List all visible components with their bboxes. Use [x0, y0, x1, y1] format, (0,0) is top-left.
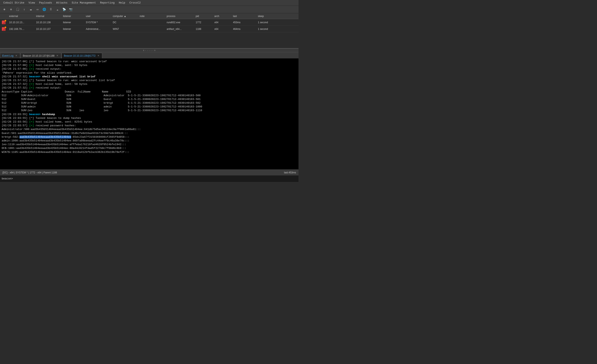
- resize-divider[interactable]: ∧ • • • • • ∨: [0, 48, 298, 52]
- window-icon[interactable]: ▭: [35, 7, 40, 12]
- menu-crossc2[interactable]: CrossC2: [127, 1, 143, 5]
- menu-payloads[interactable]: Payloads: [37, 1, 54, 5]
- console-line: [02/26 22:03:55] beacon> hashdump: [2, 113, 297, 116]
- cell-last: 464ms: [231, 28, 256, 31]
- console-line: [02/26 21:57:00] [*] Tasked beacon to ru…: [2, 60, 297, 63]
- cell-external: 10.10.10.13...: [8, 21, 34, 24]
- java-icon[interactable]: ⠿: [48, 7, 54, 12]
- disconnect-icon[interactable]: ⊖: [8, 7, 14, 12]
- signal-icon[interactable]: 📡: [61, 7, 67, 12]
- console-line: [02/26 21:57:32] [+] received output:: [2, 86, 297, 90]
- cell-arch: x64: [213, 21, 231, 24]
- col-header-user[interactable]: user: [84, 15, 111, 18]
- console-line: krbtgt:502:aad3b435b51404eeaad3b435b5140…: [2, 135, 297, 139]
- tab-beacon-137[interactable]: Beacon 10.10.10.137@1188 ✕: [21, 53, 61, 58]
- menu-view[interactable]: View: [26, 1, 37, 5]
- cell-process: rundll32.exe: [165, 21, 194, 24]
- tab-label: Beacon 10.10.10.137@1188: [23, 54, 55, 57]
- cell-sleep: 1 second: [256, 28, 277, 31]
- dot4: •: [150, 50, 151, 51]
- col-header-computer[interactable]: computer ▲: [111, 15, 138, 18]
- col-header-listener[interactable]: listener: [61, 15, 84, 18]
- tab-close-event-log[interactable]: ✕: [15, 54, 18, 57]
- console-line: [02/26 21:57:00] [+] received output:: [2, 67, 297, 71]
- tab-event-log[interactable]: Event Log ✕: [0, 53, 20, 58]
- down-arrow-icon: ∨: [154, 49, 156, 52]
- tab-label: Event Log: [2, 54, 14, 57]
- menu-site-management[interactable]: Site Management: [70, 1, 98, 5]
- dot5: •: [152, 50, 153, 51]
- beacon-table: external internal listener user computer…: [0, 13, 298, 48]
- menu-reporting[interactable]: Reporting: [98, 1, 117, 5]
- tab-close-beacon-137[interactable]: ✕: [56, 54, 59, 57]
- console-line: [02/26 22:03:55] [*] Tasked beacon to du…: [2, 116, 297, 120]
- menu-bar: Cobalt Strike View Payloads Attacks Site…: [0, 0, 298, 6]
- col-header-last[interactable]: last: [231, 15, 256, 18]
- console-line: [02/26 22:03:57] [+] received password h…: [2, 124, 297, 127]
- console-line: admin:1000:aad3b435b51404eeaad3b435b5140…: [2, 139, 297, 143]
- cell-listener: listener: [61, 21, 84, 24]
- prompt-label: beacon>: [2, 177, 13, 180]
- cell-user: SYSTEM *: [84, 21, 111, 24]
- console-line: 512 SUN\krbtgt SUN krbtgt S-1-5-21-33880…: [2, 101, 297, 105]
- status-right: last:453ms: [284, 171, 296, 174]
- command-input-bar: beacon>: [0, 175, 298, 182]
- new-connection-icon[interactable]: ⊕: [2, 7, 7, 12]
- headset-icon[interactable]: 🎧: [15, 7, 20, 12]
- col-header-pid[interactable]: pid: [194, 15, 213, 18]
- cell-computer: WIN7: [111, 28, 138, 31]
- menu-cobalt-strike[interactable]: Cobalt Strike: [1, 1, 26, 5]
- console-line: 512 SUN\leo SUN leo leo S-1-5-21-3388020…: [2, 109, 297, 112]
- listeners-icon[interactable]: ⇧: [22, 7, 27, 12]
- tab-bar: Event Log ✕ Beacon 10.10.10.137@1188 ✕ B…: [0, 52, 298, 58]
- beacon-status-icon: [0, 21, 8, 24]
- dot2: •: [147, 50, 148, 51]
- table-row[interactable]: 192.168.79.... 10.10.10.137 listener Adm…: [0, 26, 298, 32]
- cell-pid: 1772: [194, 21, 213, 24]
- col-header-process[interactable]: process: [165, 15, 194, 18]
- console-line: 'PWhere' expression for the alias undefi…: [2, 71, 297, 75]
- console-line: DC$:1001:aad3b435b51404eeaad3b435b51404e…: [2, 146, 297, 150]
- console-line: leo:1110:aad3b435b51404eeaad3b435b51404e…: [2, 143, 297, 146]
- cell-sleep: 1 second: [256, 21, 277, 24]
- console-line: [02/26 21:57:32] [*] Tasked beacon to ru…: [2, 79, 297, 82]
- table-row[interactable]: 10.10.10.13... 10.10.10.138 listener SYS…: [0, 19, 298, 26]
- console-output[interactable]: [02/26 21:57:00] [*] Tasked beacon to ru…: [0, 58, 298, 169]
- dot1: •: [145, 50, 146, 51]
- cell-user: Administrat...: [84, 28, 111, 31]
- console-line: 512 SUN\Administrator SUN Administrator …: [2, 94, 297, 97]
- console-line: [02/26 21:57:32] [+] host called home, s…: [2, 82, 297, 86]
- console-line: Administrator:500:aad3b435b51404eeaad3b4…: [2, 127, 297, 131]
- web-icon[interactable]: 🌐: [41, 7, 47, 12]
- cell-external: 192.168.79....: [8, 28, 34, 31]
- console-line: WIN7$:1105:aad3b435b51404eeaad3b435b5140…: [2, 150, 297, 154]
- cell-internal: 10.10.10.138: [34, 21, 61, 24]
- cell-computer: DC: [111, 21, 138, 24]
- console-line: 512 SUN\Guest SUN Guest S-1-5-21-3388020…: [2, 97, 297, 101]
- status-bar: [DC] - x64 | SYSTEM * | 1772 - x64 | Par…: [0, 169, 298, 175]
- col-header-note[interactable]: note: [138, 15, 165, 18]
- col-header-arch[interactable]: arch: [213, 15, 231, 18]
- beacon-table-body: 10.10.10.13... 10.10.10.138 listener SYS…: [0, 19, 298, 32]
- menu-attacks[interactable]: Attacks: [54, 1, 70, 5]
- cell-last: 453ms: [231, 21, 256, 24]
- console-line: [02/26 21:57:32] beacon> shell wmic user…: [2, 75, 297, 79]
- menu-help[interactable]: Help: [117, 1, 127, 5]
- tab-beacon-138[interactable]: Beacon 10.10.10.138@1772 ✕: [62, 53, 102, 58]
- command-input[interactable]: [14, 177, 297, 180]
- toolbar: ⊕ ⊖ 🎧 ⇧ ▬ ▭ 🌐 ⠿ ☁ 📡 📷: [0, 6, 298, 13]
- screenshot-icon[interactable]: 📷: [68, 7, 73, 12]
- console-line: [02/26 21:57:00] [+] host called home, s…: [2, 63, 297, 67]
- beacon-status-icon: [0, 27, 8, 31]
- console-line: AccountType Caption Domain FullName Name…: [2, 90, 297, 94]
- status-left: [DC] - x64 | SYSTEM * | 1772 - x64 | Par…: [2, 171, 57, 174]
- dot3: •: [149, 50, 150, 51]
- col-header-external[interactable]: external: [8, 15, 34, 18]
- cell-arch: x64: [213, 28, 231, 31]
- col-header-internal[interactable]: internal: [34, 15, 61, 18]
- col-header-sleep[interactable]: sleep: [256, 15, 277, 18]
- console-line: [02/26 22:03:56] [+] host called home, s…: [2, 120, 297, 124]
- shift-icon[interactable]: ▬: [28, 7, 34, 12]
- tab-close-beacon-138[interactable]: ✕: [97, 54, 100, 57]
- cloud-icon[interactable]: ☁: [55, 7, 60, 12]
